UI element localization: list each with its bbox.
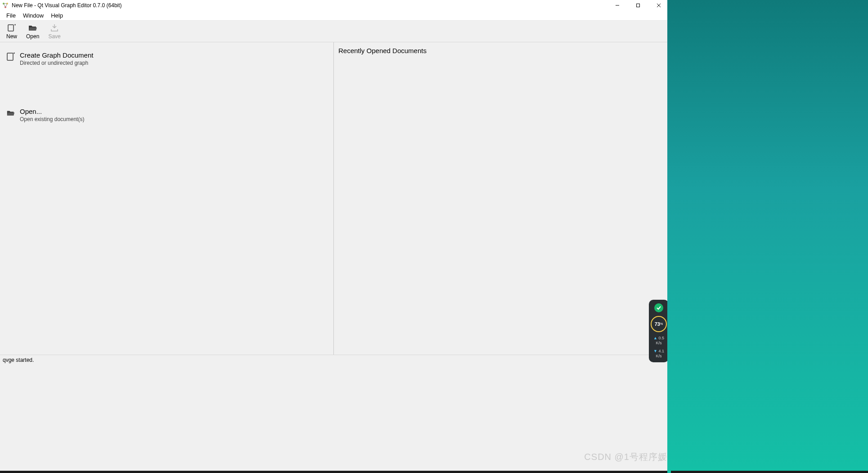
window-controls <box>607 0 669 11</box>
app-icon <box>2 2 9 9</box>
watermark: CSDN @1号程序媛 <box>584 451 667 463</box>
maximize-button[interactable] <box>628 0 648 11</box>
new-button-label: New <box>6 33 17 40</box>
shield-check-icon <box>654 303 663 312</box>
save-button: Save <box>46 23 62 41</box>
svg-line-4 <box>4 4 5 7</box>
cpu-usage-ring: 73% <box>651 316 667 332</box>
new-document-icon <box>6 52 15 61</box>
menubar: File Window Help <box>0 11 671 21</box>
app-window: New File - Qt Visual Graph Editor 0.7.0 … <box>0 0 671 365</box>
menu-window[interactable]: Window <box>19 11 47 20</box>
right-panel: Recently Opened Documents <box>334 42 671 355</box>
new-file-icon <box>7 23 17 32</box>
open-action[interactable]: Open... Open existing document(s) <box>4 105 329 125</box>
save-icon <box>49 23 59 32</box>
close-button[interactable] <box>648 0 669 11</box>
svg-rect-11 <box>7 53 13 60</box>
main-content: Create Graph Document Directed or undire… <box>0 42 671 355</box>
percent-unit: % <box>660 322 663 325</box>
status-text: qvge started. <box>3 357 34 363</box>
open-title: Open... <box>20 108 84 115</box>
network-down: ▼ 4.1K/s <box>653 349 664 359</box>
svg-rect-10 <box>8 25 13 31</box>
titlebar: New File - Qt Visual Graph Editor 0.7.0 … <box>0 0 671 11</box>
system-monitor-widget[interactable]: 73% ▲ 0.5K/s ▼ 4.1K/s <box>649 300 669 362</box>
recent-documents-header: Recently Opened Documents <box>338 47 666 54</box>
create-graph-action[interactable]: Create Graph Document Directed or undire… <box>4 49 329 69</box>
menu-file[interactable]: File <box>3 11 19 20</box>
folder-open-icon <box>28 23 38 32</box>
left-panel: Create Graph Document Directed or undire… <box>0 42 334 355</box>
new-button[interactable]: New <box>4 23 19 41</box>
open-text: Open... Open existing document(s) <box>20 108 84 122</box>
open-subtitle: Open existing document(s) <box>20 116 84 122</box>
svg-rect-7 <box>637 4 640 7</box>
minimize-button[interactable] <box>607 0 628 11</box>
svg-line-5 <box>5 4 7 7</box>
window-title: New File - Qt Visual Graph Editor 0.7.0 … <box>12 2 607 9</box>
desktop-background-slice <box>667 0 671 473</box>
cpu-percent: 73 <box>655 321 660 327</box>
network-up: ▲ 0.5K/s <box>653 336 664 346</box>
open-button[interactable]: Open <box>24 23 41 41</box>
create-graph-text: Create Graph Document Directed or undire… <box>20 51 93 66</box>
open-button-label: Open <box>26 33 39 40</box>
menu-help[interactable]: Help <box>47 11 67 20</box>
desktop-background <box>671 0 868 473</box>
create-graph-subtitle: Directed or undirected graph <box>20 60 93 66</box>
create-graph-title: Create Graph Document <box>20 51 93 59</box>
toolbar: New Open Save <box>0 21 671 42</box>
folder-icon <box>6 108 15 117</box>
statusbar: qvge started. <box>0 355 671 365</box>
save-button-label: Save <box>48 33 60 40</box>
taskbar[interactable] <box>0 471 868 473</box>
